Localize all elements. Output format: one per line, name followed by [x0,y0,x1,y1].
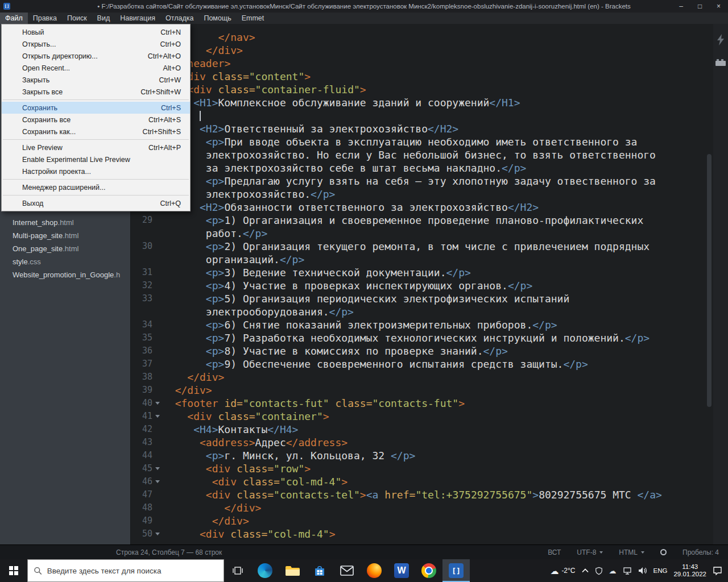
code-text[interactable]: <p>9) Обеспечение своевременного испытан… [163,357,665,371]
code-line-26[interactable]: 26<p>При вводе объекта в эксплуатацию не… [131,135,713,174]
code-text[interactable]: <footer id="contacts-fut" class="contact… [163,397,665,410]
code-text[interactable]: <p>3) Ведение технической документации.<… [163,266,665,279]
sidebar-file-item-3[interactable]: style.css [0,255,130,268]
code-line-41[interactable]: 41<div class="container"> [131,410,713,423]
sidebar-file-item-1[interactable]: Multi-page_site.html [0,229,130,242]
fold-arrow-icon[interactable] [155,402,160,405]
code-line-49[interactable]: 49</div> [131,514,713,527]
code-text[interactable]: <H2>Обязанности ответственного за электр… [163,201,665,214]
code-line-33[interactable]: 33<p>5) Организация периодических электр… [131,292,713,318]
onedrive-cloud-icon[interactable]: ☁ [609,567,617,575]
menubar-item-2[interactable]: Поиск [62,13,92,24]
tray-expand-chevron-icon[interactable] [582,568,589,573]
code-line-46[interactable]: 46<div class="col-md-4"> [131,475,713,488]
code-line-19[interactable]: 19</div> [131,44,713,57]
live-preview-lightning-icon[interactable] [716,34,725,45]
code-line-24[interactable]: 24 [131,109,713,122]
code-line-48[interactable]: 48</div> [131,501,713,514]
menubar-item-7[interactable]: Emmet [237,13,270,24]
file-menu-item-1[interactable]: Открыть...Ctrl+O [2,38,190,50]
ethernet-network-icon[interactable] [623,567,632,575]
file-menu-item-5[interactable]: Закрыть всеCtrl+Shift+W [2,86,190,98]
taskbar-app-explorer[interactable] [279,559,306,582]
code-text[interactable]: <p>При вводе объекта в эксплуатацию необ… [163,135,665,174]
code-text[interactable]: <div class="row"> [163,462,665,475]
code-line-20[interactable]: 20</header> [131,57,713,70]
code-line-38[interactable]: 38</div> [131,371,713,384]
menubar-item-5[interactable]: Отладка [160,13,198,24]
search-input[interactable] [47,567,218,575]
code-text[interactable]: <div class="col-md-4"> [163,527,665,541]
file-menu-item-8[interactable]: Сохранить всеCtrl+Alt+S [2,114,190,126]
start-button[interactable] [0,559,27,582]
code-text[interactable]: <H4>Контакты</H4> [163,423,665,436]
taskbar-search[interactable] [27,559,224,582]
fold-arrow-icon[interactable] [155,533,160,535]
sidebar-file-item-4[interactable]: Website_promotion_in_Google.h [0,268,130,281]
taskbar-app-mail[interactable] [333,559,361,582]
file-menu-item-9[interactable]: Сохранить как...Ctrl+Shift+S [2,126,190,138]
code-line-21[interactable]: 21<div class="content"> [131,70,713,83]
fold-arrow-icon[interactable] [155,415,160,418]
insert-mode-indicator[interactable]: ВСТ [548,548,561,556]
maximize-button[interactable]: □ [690,0,709,13]
code-text[interactable]: <p>4) Участие в проверках инспектирующих… [163,279,665,292]
code-text[interactable]: <div class="col-md-4"> [163,475,665,488]
file-menu-item-0[interactable]: НовыйCtrl+N [2,26,190,38]
code-text[interactable]: </div> [163,371,665,384]
code-text[interactable]: <p>г. Минск, ул. Кольцова, 32 </p> [163,449,665,462]
code-text[interactable]: </div> [163,384,665,397]
code-text[interactable]: </div> [163,514,665,527]
code-line-39[interactable]: 39</div> [131,384,713,397]
code-line-27[interactable]: 27<p>Предлагаю услугу взять на себя — эт… [131,174,713,201]
extension-manager-brick-icon[interactable] [715,58,726,67]
taskbar-app-firefox[interactable] [361,559,388,582]
sidebar-file-item-2[interactable]: One_page_site.html [0,242,130,255]
code-text[interactable]: <p>2) Организация текущего ремонта, в то… [163,240,665,266]
taskbar-app-word[interactable]: W [388,559,415,582]
file-menu-item-3[interactable]: Open Recent...Alt+O [2,62,190,74]
code-line-44[interactable]: 44<p>г. Минск, ул. Кольцова, 32 </p> [131,449,713,462]
code-text[interactable]: <div class="container-fluid"> [163,83,665,96]
code-text[interactable] [163,109,665,122]
code-text[interactable]: </div> [163,44,665,57]
code-text[interactable]: <H1>Комплексное обслуживание зданий и со… [163,96,665,109]
code-editor[interactable]: 18</nav>19</div>20</header>21<div class=… [131,24,713,544]
code-line-29[interactable]: 29<p>1) Оргаганизация и своевременное пр… [131,214,713,240]
volume-icon[interactable] [638,567,647,575]
code-text[interactable]: <div class="container"> [163,410,665,423]
code-text[interactable]: </nav> [163,31,665,44]
code-line-22[interactable]: 22<div class="container-fluid"> [131,83,713,96]
clock[interactable]: 11:43 29.01.2022 [673,563,706,578]
file-menu-item-15[interactable]: Менеджер расширений... [2,181,190,193]
code-line-32[interactable]: 32<p>4) Участие в проверках инспектирующ… [131,279,713,292]
language-indicator[interactable]: ENG [653,567,668,574]
code-text[interactable]: <div class="content"> [163,70,665,83]
taskbar-app-store[interactable] [306,559,333,582]
code-line-45[interactable]: 45<div class="row"> [131,462,713,475]
code-line-36[interactable]: 36<p>8) Участие в комиссиях по проверке … [131,344,713,357]
indent-spaces-setting[interactable]: Пробелы: 4 [682,548,719,556]
file-menu-item-4[interactable]: ЗакрытьCtrl+W [2,74,190,86]
taskbar-app-brackets[interactable]: [] [442,559,470,582]
code-text[interactable]: </div> [163,501,665,514]
editor-scrollbar-thumb[interactable] [707,154,712,407]
code-text[interactable]: <p>5) Организация периодических электроф… [163,292,665,318]
taskbar-app-edge[interactable] [251,559,279,582]
language-mode-selector[interactable]: HTML [619,548,644,556]
defender-shield-icon[interactable] [595,567,603,575]
code-line-25[interactable]: 25<H2>Ответственный за электрохозяйство<… [131,122,713,135]
file-menu-item-12[interactable]: Enable Experimental Live Preview [2,153,190,165]
fold-arrow-icon[interactable] [155,467,160,470]
code-text[interactable]: <p>Предлагаю услугу взять на себя — эту … [163,174,665,201]
file-menu-item-2[interactable]: Открыть директорию...Ctrl+Alt+O [2,50,190,62]
minimize-button[interactable]: – [672,0,690,13]
code-line-50[interactable]: 50<div class="col-md-4"> [131,527,713,541]
code-line-43[interactable]: 43<address>Адрес</address> [131,436,713,449]
task-view-button[interactable] [224,559,251,582]
menubar-item-1[interactable]: Правка [28,13,62,24]
sidebar-file-item-0[interactable]: Internet_shop.html [0,216,130,229]
menubar-item-0[interactable]: Файл [0,13,28,24]
code-text[interactable]: <H2>Ответственный за электрохозяйство</H… [163,122,665,135]
code-text[interactable]: </header> [163,57,665,70]
